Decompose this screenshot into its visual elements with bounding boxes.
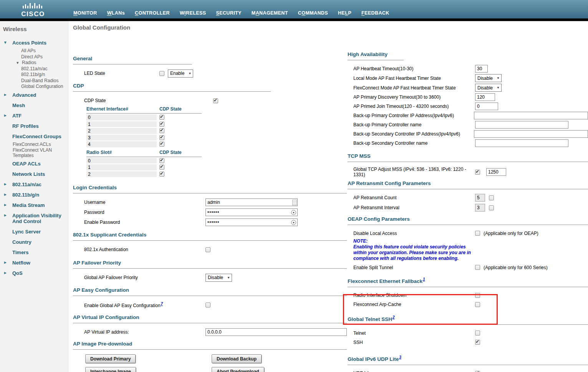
enable-split-tunnel-row: Enable Split Tunnel (Applicable only for… — [348, 264, 588, 271]
sidebar-item-mesh[interactable]: Mesh — [0, 100, 68, 111]
sidebar-item-dual-band-radios[interactable]: Dual-Band Radios — [0, 78, 68, 84]
backup-primary-name-input[interactable] — [475, 121, 568, 129]
sidebar-item-802-11b-g-n[interactable]: ▸802.11b/g/n — [0, 190, 68, 200]
interchange-image-button[interactable]: Interchange Image — [85, 367, 136, 372]
eth-cdp-checkbox-3[interactable] — [159, 135, 164, 140]
sidebar-item-advanced[interactable]: ▸Advanced — [0, 90, 68, 100]
chevron-down-icon[interactable]: ▾ — [4, 40, 7, 45]
nav-wlans[interactable]: WLANs — [102, 8, 130, 18]
ap-retransmit-count-checkbox[interactable] — [489, 195, 494, 200]
8021x-auth-checkbox[interactable] — [205, 247, 210, 252]
username-input[interactable] — [205, 198, 298, 206]
sidebar-item-global-configuration[interactable]: Global Configuration — [0, 84, 68, 90]
ap-primed-join-timeout-input[interactable] — [475, 103, 498, 110]
led-state-select[interactable]: Enable ▼ — [168, 69, 193, 78]
eth-row-4: 4 — [86, 141, 202, 147]
footnote-link-3[interactable]: 3 — [399, 355, 401, 359]
local-mode-fast-heartbeat-select[interactable]: Disable ▼ — [475, 74, 502, 82]
ap-retransmit-interval-input[interactable] — [475, 204, 485, 212]
led-state-checkbox[interactable] — [159, 71, 164, 76]
ssh-checkbox[interactable] — [475, 340, 480, 345]
sidebar-item-oeap-acls[interactable]: OEAP ACLs — [0, 159, 68, 169]
radio-cdp-checkbox-0[interactable] — [159, 158, 164, 163]
backup-secondary-ip-input[interactable] — [474, 130, 588, 138]
reveal-password-icon[interactable]: ● — [291, 210, 296, 215]
chevron-right-icon[interactable]: ▸ — [4, 203, 7, 207]
sidebar-item-netflow[interactable]: ▸Netflow — [0, 258, 68, 268]
section-general-heading: General — [73, 56, 347, 62]
chevron-down-icon[interactable]: ▾ — [17, 61, 19, 65]
nav-commands[interactable]: COMMANDS — [293, 8, 333, 18]
sidebar-item-radios[interactable]: ▾Radios — [0, 60, 68, 66]
nav-feedback[interactable]: FEEDBACK — [356, 8, 394, 18]
sidebar-item-rf-profiles[interactable]: RF Profiles — [0, 121, 68, 131]
ap-primary-discovery-timeout-input[interactable] — [475, 93, 495, 101]
nav-wireless[interactable]: WIRELESS — [175, 8, 211, 18]
chevron-right-icon[interactable]: ▸ — [4, 213, 7, 217]
ap-heartbeat-timeout-input[interactable] — [475, 65, 488, 73]
enable-split-tunnel-checkbox[interactable] — [475, 265, 480, 270]
chevron-right-icon[interactable]: ▸ — [4, 192, 7, 197]
download-backup-button[interactable]: Download Backup — [212, 354, 262, 363]
ap-virtual-ip-input[interactable] — [205, 328, 347, 336]
flexconnect-arp-cache-checkbox[interactable] — [475, 302, 480, 307]
sidebar-item-flexconnect-groups[interactable]: FlexConnect Groups — [0, 131, 68, 142]
eth-cdp-checkbox-2[interactable] — [159, 128, 164, 133]
chevron-right-icon[interactable]: ▸ — [4, 113, 7, 117]
telnet-checkbox[interactable] — [475, 331, 480, 336]
sidebar-item-lync-server[interactable]: Lync Server — [0, 227, 68, 237]
sidebar-item-all-aps[interactable]: All APs — [0, 48, 68, 54]
disable-local-access-row: Disable Local Access (Applicable only fo… — [348, 230, 588, 237]
ap-easy-config-checkbox[interactable] — [205, 303, 210, 308]
nav-controller[interactable]: CONTROLLER — [130, 8, 175, 18]
sidebar-item-timers[interactable]: Timers — [0, 247, 68, 258]
download-primary-button[interactable]: Download Primary — [85, 354, 136, 363]
enable-password-input[interactable] — [205, 218, 298, 226]
sidebar-item-802-11b-g-n[interactable]: 802.11b/g/n — [0, 72, 68, 78]
ap-easy-config-row: Enable Global AP Easy Configuration7 — [73, 301, 347, 309]
eth-cdp-checkbox-0[interactable] — [159, 115, 164, 120]
nav-management[interactable]: MANAGEMENT — [247, 8, 293, 18]
sidebar-item-application-visibility-and-control[interactable]: ▸Application Visibility And Control — [0, 210, 68, 227]
radio-cdp-checkbox-1[interactable] — [159, 165, 164, 170]
chevron-right-icon[interactable]: ▸ — [4, 271, 7, 275]
sidebar-item-802-11a-n-ac[interactable]: ▸802.11a/n/ac — [0, 179, 68, 190]
sidebar-item-flexconnect-vlan-templates[interactable]: FlexConnect VLAN Templates — [0, 147, 68, 159]
sidebar-item-qos[interactable]: ▸QoS — [0, 268, 68, 278]
cdp-state-checkbox[interactable] — [213, 98, 218, 103]
sidebar-item-direct-aps[interactable]: Direct APs — [0, 54, 68, 60]
footnote-link-2[interactable]: 2 — [393, 315, 395, 319]
abort-predownload-button[interactable]: Abort Predownload — [212, 367, 264, 372]
sidebar-item-country[interactable]: Country — [0, 237, 68, 247]
radio-cdp-checkbox-2[interactable] — [159, 172, 164, 177]
sidebar-item-media-stream[interactable]: ▸Media Stream — [0, 200, 68, 210]
ap-failover-select[interactable]: Disable ▼ — [205, 274, 232, 282]
reveal-password-icon[interactable]: ● — [291, 220, 296, 225]
sidebar-item-network-lists[interactable]: Network Lists — [0, 169, 68, 179]
nav-monitor[interactable]: MONITOR — [68, 8, 102, 18]
chevron-right-icon[interactable]: ▸ — [4, 93, 7, 97]
chevron-right-icon[interactable]: ▸ — [4, 182, 7, 186]
nav-security[interactable]: SECURITY — [211, 8, 246, 18]
ap-retransmit-interval-checkbox[interactable] — [489, 205, 494, 210]
password-input[interactable] — [205, 208, 298, 216]
footnote-link-1[interactable]: 1 — [423, 277, 425, 281]
disable-local-access-checkbox[interactable] — [475, 231, 480, 236]
sidebar-item-atf[interactable]: ▸ATF — [0, 111, 68, 121]
eth-cdp-checkbox-4[interactable] — [159, 142, 164, 147]
backup-secondary-name-input[interactable] — [475, 139, 568, 147]
sidebar-item-access-points[interactable]: ▾Access Points — [0, 38, 68, 48]
ap-retransmit-count-input[interactable] — [475, 194, 485, 202]
backup-primary-ip-input[interactable] — [474, 112, 588, 119]
flexconnect-fast-heartbeat-select[interactable]: Disable ▼ — [475, 84, 502, 92]
footnote-link-7[interactable]: 7 — [161, 302, 163, 306]
radio-interface-shutdown-checkbox[interactable] — [475, 293, 480, 298]
udp-lite-checkbox[interactable] — [475, 371, 480, 372]
sidebar-item-flexconnect-acls[interactable]: FlexConnect ACLs — [0, 142, 68, 148]
chevron-right-icon[interactable]: ▸ — [4, 260, 7, 265]
eth-cdp-checkbox-1[interactable] — [159, 122, 164, 127]
tcp-mss-input[interactable] — [486, 168, 506, 176]
sidebar-item-802-11a-n-ac[interactable]: 802.11a/n/ac — [0, 66, 68, 72]
nav-help[interactable]: HELP — [333, 8, 356, 18]
tcp-mss-checkbox[interactable] — [475, 170, 480, 175]
